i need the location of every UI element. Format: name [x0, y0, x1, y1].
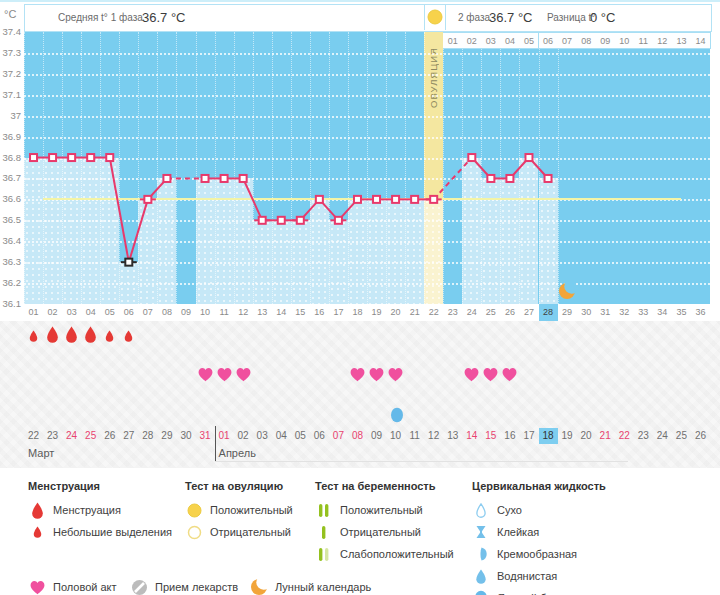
cycle-day-cell[interactable]: 29	[558, 304, 577, 321]
cycle-day-cell[interactable]: 33	[634, 304, 653, 321]
intercourse-heart-icon[interactable]	[482, 367, 499, 382]
temp-point[interactable]	[87, 154, 94, 161]
intercourse-heart-icon[interactable]	[216, 367, 233, 382]
cycle-day-cell[interactable]: 17	[329, 304, 348, 321]
temp-point[interactable]	[106, 154, 113, 161]
cycle-day-cell[interactable]: 13	[253, 304, 272, 321]
cycle-day-cell[interactable]: 35	[672, 304, 691, 321]
temp-point[interactable]	[278, 217, 285, 224]
cycle-day-cell[interactable]: 25	[481, 304, 500, 321]
date-cell[interactable]: 05	[291, 428, 310, 444]
temp-point[interactable]	[259, 217, 266, 224]
temp-point[interactable]	[354, 196, 361, 203]
date-cell[interactable]: 13	[443, 428, 462, 444]
temp-point[interactable]	[297, 217, 304, 224]
cycle-day-cell[interactable]: 31	[596, 304, 615, 321]
cycle-day-cell[interactable]: 10	[196, 304, 215, 321]
cycle-day-cell[interactable]: 28	[539, 304, 558, 321]
date-cell[interactable]: 24	[62, 428, 81, 444]
moon-icon[interactable]	[558, 282, 576, 300]
cycle-day-cell[interactable]: 05	[100, 304, 119, 321]
date-cell[interactable]: 02	[234, 428, 253, 444]
cycle-day-cell[interactable]: 07	[138, 304, 157, 321]
cycle-day-cell[interactable]: 16	[310, 304, 329, 321]
intercourse-heart-icon[interactable]	[368, 367, 385, 382]
temp-point[interactable]	[430, 196, 437, 203]
date-cell[interactable]: 15	[481, 428, 500, 444]
cycle-day-cell[interactable]: 08	[157, 304, 176, 321]
temp-point[interactable]	[202, 175, 209, 182]
temp-point[interactable]	[316, 196, 323, 203]
cycle-day-cell[interactable]: 11	[215, 304, 234, 321]
cycle-day-cell[interactable]: 21	[405, 304, 424, 321]
date-cell[interactable]: 08	[348, 428, 367, 444]
intercourse-heart-icon[interactable]	[197, 367, 214, 382]
date-cell[interactable]: 07	[329, 428, 348, 444]
date-cell[interactable]: 30	[176, 428, 195, 444]
temp-point[interactable]	[525, 154, 532, 161]
menstruation-drop-icon[interactable]	[124, 330, 133, 342]
cycle-day-cell[interactable]: 22	[424, 304, 443, 321]
menstruation-drop-icon[interactable]	[29, 330, 38, 342]
date-cell[interactable]: 29	[157, 428, 176, 444]
intercourse-heart-icon[interactable]	[501, 367, 518, 382]
date-cell[interactable]: 22	[615, 428, 634, 444]
temp-point[interactable]	[163, 175, 170, 182]
cycle-day-cell[interactable]: 20	[386, 304, 405, 321]
cycle-day-cell[interactable]: 18	[348, 304, 367, 321]
temp-point[interactable]	[68, 154, 75, 161]
menstruation-drop-icon[interactable]	[46, 326, 59, 343]
temp-point[interactable]	[506, 175, 513, 182]
temp-point[interactable]	[545, 175, 552, 182]
date-cell[interactable]: 14	[462, 428, 481, 444]
temp-point[interactable]	[30, 154, 37, 161]
cycle-day-cell[interactable]: 32	[615, 304, 634, 321]
date-cell[interactable]: 21	[596, 428, 615, 444]
date-cell[interactable]: 04	[272, 428, 291, 444]
cycle-day-cell[interactable]: 06	[119, 304, 138, 321]
date-cell[interactable]: 23	[43, 428, 62, 444]
intercourse-heart-icon[interactable]	[387, 367, 404, 382]
date-cell[interactable]: 24	[653, 428, 672, 444]
date-cell[interactable]: 20	[577, 428, 596, 444]
cycle-day-cell[interactable]: 09	[176, 304, 195, 321]
date-cell[interactable]: 23	[634, 428, 653, 444]
date-cell[interactable]: 11	[405, 428, 424, 444]
date-cell[interactable]: 17	[519, 428, 538, 444]
cycle-day-cell[interactable]: 19	[367, 304, 386, 321]
date-cell[interactable]: 10	[386, 428, 405, 444]
cycle-day-cell[interactable]: 03	[62, 304, 81, 321]
temp-point[interactable]	[411, 196, 418, 203]
date-cell[interactable]: 19	[558, 428, 577, 444]
date-cell[interactable]: 16	[500, 428, 519, 444]
date-cell[interactable]: 25	[81, 428, 100, 444]
cycle-day-cell[interactable]: 23	[443, 304, 462, 321]
temp-point[interactable]	[468, 154, 475, 161]
temp-point-excluded[interactable]	[125, 259, 132, 266]
temp-point[interactable]	[335, 217, 342, 224]
temp-point[interactable]	[373, 196, 380, 203]
date-cell[interactable]: 18	[539, 428, 558, 444]
temp-point[interactable]	[240, 175, 247, 182]
cycle-day-cell[interactable]: 14	[272, 304, 291, 321]
temp-point[interactable]	[49, 154, 56, 161]
date-cell[interactable]: 26	[691, 428, 710, 444]
cycle-day-cell[interactable]: 36	[691, 304, 710, 321]
date-cell[interactable]: 26	[100, 428, 119, 444]
date-cell[interactable]: 12	[424, 428, 443, 444]
menstruation-drop-icon[interactable]	[84, 326, 97, 343]
cycle-day-cell[interactable]: 02	[43, 304, 62, 321]
cycle-day-cell[interactable]: 12	[234, 304, 253, 321]
egg-white-icon[interactable]	[390, 407, 404, 423]
temp-point[interactable]	[392, 196, 399, 203]
date-cell[interactable]: 25	[672, 428, 691, 444]
menstruation-drop-icon[interactable]	[65, 326, 78, 343]
cycle-day-cell[interactable]: 30	[577, 304, 596, 321]
date-cell[interactable]: 09	[367, 428, 386, 444]
date-cell[interactable]: 31	[196, 428, 215, 444]
cycle-day-cell[interactable]: 26	[500, 304, 519, 321]
cycle-day-cell[interactable]: 15	[291, 304, 310, 321]
cycle-day-cell[interactable]: 27	[519, 304, 538, 321]
cycle-day-cell[interactable]: 01	[24, 304, 43, 321]
date-cell[interactable]: 27	[119, 428, 138, 444]
